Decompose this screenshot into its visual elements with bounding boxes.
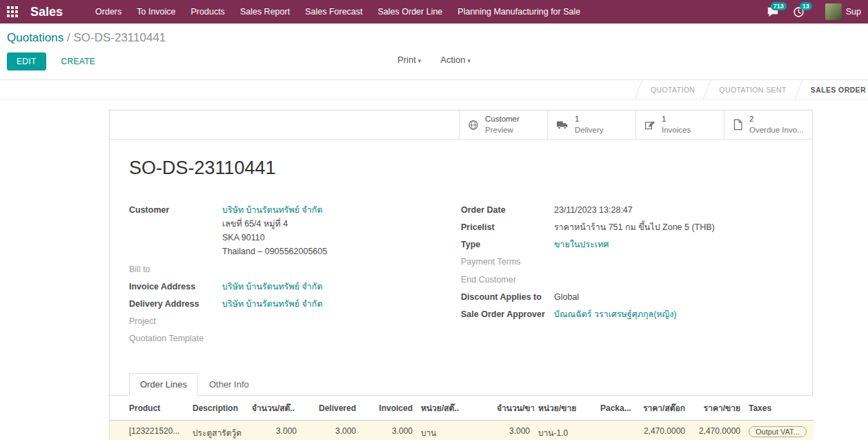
globe-icon [468,119,479,131]
menu-planning-manufacturing[interactable]: Planning Manufacturing for Sale [450,0,588,23]
stat-button-delivery[interactable]: 1 Delivery [547,111,635,139]
breadcrumb-current: SO-DS-23110441 [73,31,166,44]
quotation-template-label: Quotation Template [129,332,222,345]
order-date-value: 23/11/2023 13:28:47 [554,204,633,216]
end-customer-label: End Customer [461,274,554,286]
top-navbar: Sales Orders To Invoice Products Sales R… [0,0,868,23]
grid-icon [7,6,18,17]
cell-price-sale: 2,470.0000 [689,421,744,440]
user-menu[interactable]: Sup [811,0,868,23]
discount-applies-to-label: Discount Applies to [461,291,554,303]
app-title[interactable]: Sales [30,5,63,19]
right-field-column: Order Date 23/11/2023 13:28:47 Pricelist… [461,204,793,350]
order-date-label: Order Date [461,204,554,216]
pricelist-label: Pricelist [461,221,554,233]
systray: 713 13 Sup [760,0,868,23]
stat-count: 1 [662,114,691,125]
stat-button-customer-preview[interactable]: Customer Preview [459,111,547,139]
status-step-quotation[interactable]: QUOTATION [639,80,707,99]
center-action-menus: Print▾ Action▾ [397,55,471,65]
messages-count-badge: 713 [771,2,787,10]
breadcrumb-slash: / [67,31,70,44]
discount-applies-to-value: Global [554,291,579,303]
user-avatar [825,3,842,20]
apps-menu-icon[interactable] [0,0,25,23]
menu-to-invoice[interactable]: To Invoice [129,0,183,23]
col-qty-sale: จำนวน/ขาย [493,396,534,421]
control-panel: Quotations / SO-DS-23110441 EDIT CREATE … [0,23,868,80]
truck-icon [556,119,569,131]
breadcrumb-quotations-link[interactable]: Quotations [7,31,63,44]
stat-button-overdue-invoices[interactable]: 2 Overdue Invo... [724,111,812,139]
col-product: Product [110,396,188,421]
col-invoiced: Invoiced [360,396,417,421]
user-name: Sup [846,7,861,17]
payment-terms-label: Payment Terms [461,256,554,268]
caret-down-icon: ▾ [467,57,471,64]
order-line-row[interactable]: [123221520... ประตูสารัตวู้ด โมนาลาย ขอบ… [110,421,813,440]
menu-products[interactable]: Products [184,0,233,23]
table-header-row: Product Description จำนวน/สต๊.. Delivere… [110,396,813,421]
field-groups: Customer บริษัท บ้านรัตนทรัพย์ จำกัด เลข… [110,204,812,350]
sale-order-approver-label: Sale Order Approver [461,308,554,321]
customer-address-line-3: Thailand – 0905562005605 [222,245,327,258]
type-label: Type [461,238,554,251]
cell-product: [123221520... [110,421,188,440]
messages-button[interactable]: 713 [760,0,786,23]
activities-button[interactable]: 13 [786,0,811,23]
stat-button-invoices[interactable]: 1 Invoices [635,111,724,139]
caret-down-icon: ▾ [418,57,422,64]
stat-count: 1 [575,114,604,125]
print-dropdown[interactable]: Print▾ [397,55,421,65]
cell-qty-stock: 3.000 [248,421,301,440]
control-panel-actions: EDIT CREATE Print▾ Action▾ [7,52,861,79]
stat-line2: Preview [485,125,520,136]
breadcrumb: Quotations / SO-DS-23110441 [7,31,861,45]
cell-description: ประตูสารัตวู้ด โมนาลาย ขอบ 5 สีรองพื้นไม… [188,421,248,440]
menu-orders[interactable]: Orders [88,0,129,23]
order-lines-table: Product Description จำนวน/สต๊.. Delivere… [110,396,813,440]
action-dropdown[interactable]: Action▾ [440,55,471,65]
invoice-address-label: Invoice Address [129,280,222,293]
col-description: Description [188,396,248,421]
invoice-address-link[interactable]: บริษัท บ้านรัตนทรัพย์ จำกัด [222,282,323,291]
cell-package [596,421,634,440]
delivery-address-link[interactable]: บริษัท บ้านรัตนทรัพย์ จำกัด [222,299,323,309]
pricelist-value: ราคาหน้าร้าน 751 กม ขึ้นไป Zone 5 (THB) [554,221,715,233]
tab-order-lines[interactable]: Order Lines [129,373,198,396]
delivery-address-label: Delivery Address [129,298,222,310]
cell-delivered: 3.000 [301,421,360,440]
stat-count: 2 [749,114,804,125]
edit-button[interactable]: EDIT [7,52,46,70]
pencil-icon [644,119,655,131]
col-taxes: Taxes [744,396,813,421]
sale-order-approver-link[interactable]: บัณณฉัตร์ วราเศรษฐ์ศุภกุล(หญิง) [554,309,676,319]
col-qty-stock: จำนวน/สต๊.. [248,396,301,421]
create-button[interactable]: CREATE [57,56,100,67]
stat-label: Delivery [575,125,604,136]
stat-button-box: Customer Preview 1 Delivery 1 [110,111,812,140]
menu-sales-forecast[interactable]: Sales Forecast [297,0,370,23]
stat-label: Invoices [662,125,691,136]
form-sheet: Customer Preview 1 Delivery 1 [109,110,813,440]
left-field-column: Customer บริษัท บ้านรัตนทรัพย์ จำกัด เลข… [129,204,461,350]
col-uom-sale: หน่วย/ขาย [534,396,596,421]
project-label: Project [129,315,222,327]
status-step-quotation-sent[interactable]: QUOTATION SENT [707,80,798,99]
cell-uom-stock: บาน [417,421,493,440]
status-step-sales-order[interactable]: SALES ORDER [799,80,868,99]
cell-taxes: Output VAT... [744,421,813,440]
tab-other-info[interactable]: Other Info [198,373,260,396]
menu-sales-order-line[interactable]: Sales Order Line [371,0,451,23]
menu-sales-report[interactable]: Sales Report [233,0,297,23]
cell-price-stock: 2,470.0000 [634,421,689,440]
type-link[interactable]: ขายในประเทศ [554,240,609,249]
stat-label: Overdue Invo... [749,125,804,136]
statusbar: QUOTATION QUOTATION SENT SALES ORDER [0,80,868,100]
customer-link[interactable]: บริษัท บ้านรัตนทรัพย์ จำกัด [222,205,323,215]
col-package: Packa... [596,396,634,421]
cell-qty-sale: 3.000 [493,421,534,440]
customer-address-line-2: SKA 90110 [222,231,327,244]
col-delivered: Delivered [301,396,360,421]
cell-uom-sale: บาน-1.0 [534,421,596,440]
